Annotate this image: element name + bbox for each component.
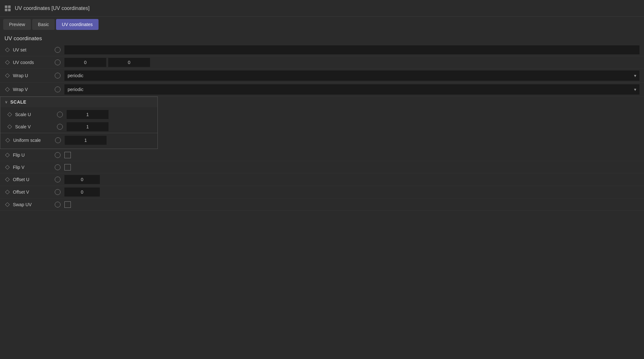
flip-v-checkbox[interactable]	[64, 164, 71, 170]
prop-row-flip-u: Flip U	[0, 149, 644, 161]
svg-rect-2	[5, 9, 7, 11]
diamond-icon-flip-u	[5, 152, 10, 158]
prop-label-uv-set: UV set	[13, 47, 55, 52]
diamond-icon-uv-set	[5, 47, 10, 53]
circle-btn-swap-uv[interactable]	[55, 202, 61, 207]
svg-rect-0	[5, 5, 7, 8]
prop-label-flip-u: Flip U	[13, 152, 55, 158]
app-container: UV coordinates [UV coordinates] Preview …	[0, 0, 644, 359]
uniform-scale-input[interactable]	[65, 136, 107, 145]
prop-row-uniform-scale: Uniform scale	[0, 133, 157, 147]
scale-section-content: Scale U Scale V	[0, 107, 157, 149]
prop-label-scale-u: Scale U	[15, 112, 57, 117]
scale-u-input[interactable]	[67, 110, 109, 119]
scale-v-input[interactable]	[67, 122, 109, 131]
diamond-icon-scale-v	[7, 124, 13, 130]
properties-list: UV set UV coords Wrap U	[0, 44, 644, 211]
scale-section-label: SCALE	[10, 99, 26, 105]
node-icon	[4, 5, 12, 12]
prop-label-swap-uv: Swap UV	[13, 202, 55, 207]
scale-section-box: ∨ SCALE Scale U Sca	[0, 97, 158, 149]
diamond-icon-wrap-u	[5, 73, 10, 78]
prop-row-scale-v: Scale V	[0, 121, 157, 133]
diamond-icon-uniform-scale	[5, 137, 11, 143]
wrap-v-select-wrapper: periodic clamp mirror default	[64, 84, 639, 95]
scale-section-header[interactable]: ∨ SCALE	[0, 97, 157, 107]
prop-row-swap-uv: Swap UV	[0, 198, 644, 211]
swap-uv-checkbox[interactable]	[64, 201, 71, 208]
uv-coords-inputs	[64, 58, 150, 67]
diamond-icon-offset-u	[5, 177, 10, 182]
tab-preview[interactable]: Preview	[3, 19, 31, 30]
svg-rect-1	[8, 5, 11, 8]
prop-label-flip-v: Flip V	[13, 165, 55, 170]
circle-btn-flip-v[interactable]	[55, 164, 61, 170]
offset-u-input[interactable]	[64, 175, 100, 184]
circle-btn-scale-v[interactable]	[57, 124, 63, 130]
prop-label-uniform-scale: Uniform scale	[13, 138, 55, 143]
flip-u-checkbox[interactable]	[64, 152, 71, 158]
diamond-icon-offset-v	[5, 189, 10, 195]
prop-label-offset-v: Offset V	[13, 189, 55, 195]
uv-coords-u-input[interactable]	[64, 58, 106, 67]
circle-btn-uv-set[interactable]	[55, 47, 61, 53]
prop-label-uv-coords: UV coords	[13, 60, 55, 65]
circle-btn-offset-v[interactable]	[55, 189, 61, 195]
prop-label-scale-v: Scale V	[15, 124, 57, 129]
circle-btn-offset-u[interactable]	[55, 177, 61, 182]
section-heading: UV coordinates	[0, 32, 644, 44]
uv-set-input[interactable]	[64, 45, 639, 54]
circle-btn-wrap-u[interactable]	[55, 73, 61, 78]
svg-rect-3	[8, 9, 11, 11]
scale-chevron-icon: ∨	[5, 100, 8, 104]
diamond-icon-flip-v	[5, 164, 10, 170]
prop-label-wrap-v: Wrap V	[13, 87, 55, 92]
circle-btn-uv-coords[interactable]	[55, 60, 61, 65]
wrap-u-select-wrapper: periodic clamp mirror default	[64, 70, 639, 81]
tab-bar: Preview Basic UV coordinates	[0, 17, 644, 32]
diamond-icon-uv-coords	[5, 60, 10, 65]
prop-row-flip-v: Flip V	[0, 161, 644, 173]
prop-label-wrap-u: Wrap U	[13, 73, 55, 78]
prop-row-wrap-u: Wrap U periodic clamp mirror default	[0, 69, 644, 83]
circle-btn-scale-u[interactable]	[57, 112, 63, 117]
wrap-u-select[interactable]: periodic clamp mirror default	[64, 70, 639, 81]
prop-label-offset-u: Offset U	[13, 177, 55, 182]
window-title: UV coordinates [UV coordinates]	[15, 5, 90, 11]
circle-btn-flip-u[interactable]	[55, 152, 61, 158]
diamond-icon-swap-uv	[5, 202, 10, 207]
title-bar: UV coordinates [UV coordinates]	[0, 0, 644, 17]
prop-row-wrap-v: Wrap V periodic clamp mirror default	[0, 83, 644, 97]
uv-coords-v-input[interactable]	[108, 58, 150, 67]
diamond-icon-scale-u	[7, 112, 13, 117]
prop-row-uv-set: UV set	[0, 44, 644, 56]
prop-row-uv-coords: UV coords	[0, 56, 644, 69]
circle-btn-uniform-scale[interactable]	[55, 137, 61, 143]
prop-row-offset-u: Offset U	[0, 173, 644, 186]
offset-v-input[interactable]	[64, 188, 100, 197]
wrap-v-select[interactable]: periodic clamp mirror default	[64, 84, 639, 95]
circle-btn-wrap-v[interactable]	[55, 87, 61, 92]
tab-uv-coordinates[interactable]: UV coordinates	[56, 19, 99, 30]
diamond-icon-wrap-v	[5, 87, 10, 92]
tab-basic[interactable]: Basic	[32, 19, 55, 30]
prop-row-scale-u: Scale U	[0, 108, 157, 121]
prop-row-offset-v: Offset V	[0, 186, 644, 198]
